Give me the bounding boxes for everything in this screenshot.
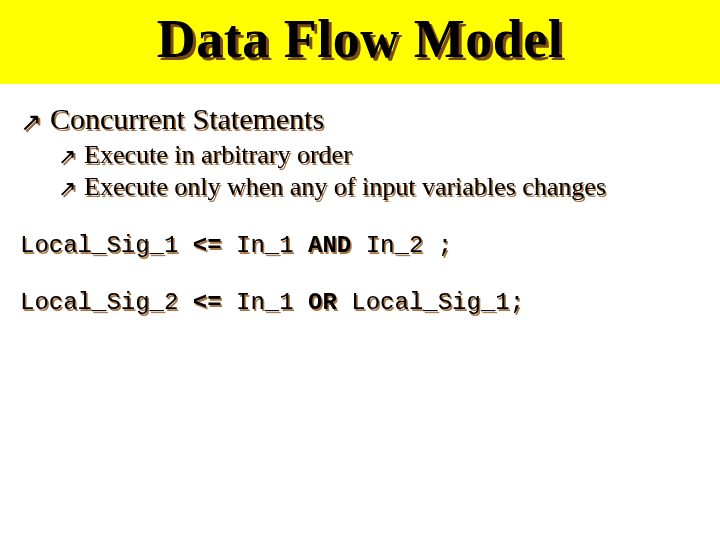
code-sig: Local_Sig_1 — [20, 232, 193, 259]
bullet-sub: ↗ Execute in arbitrary order — [58, 140, 700, 170]
bullet-main: ↗ Concurrent Statements — [20, 102, 700, 136]
title-bar: Data Flow Model — [0, 0, 720, 84]
sub-bullet-list: ↗ Execute in arbitrary order ↗ Execute o… — [58, 140, 700, 202]
bullet-main-text: Concurrent Statements — [50, 102, 324, 136]
arrow-icon: ↗ — [20, 109, 42, 135]
slide-title: Data Flow Model — [0, 8, 720, 70]
slide: Data Flow Model ↗ Concurrent Statements … — [0, 0, 720, 540]
code-tail: Local_Sig_1; — [337, 289, 524, 316]
bullet-sub: ↗ Execute only when any of input variabl… — [58, 172, 700, 202]
code-tail: In_2 ; — [351, 232, 452, 259]
arrow-icon: ↗ — [58, 178, 76, 200]
bullet-sub-text: Execute in arbitrary order — [84, 140, 352, 170]
code-kw: OR — [308, 289, 337, 316]
code-mid: In_1 — [222, 289, 308, 316]
code-op: <= — [193, 232, 222, 259]
code-op: <= — [193, 289, 222, 316]
arrow-icon: ↗ — [58, 146, 76, 168]
code-line: Local_Sig_1 <= In_1 AND In_2 ; — [20, 232, 700, 259]
bullet-sub-text: Execute only when any of input variables… — [84, 172, 606, 202]
content-area: ↗ Concurrent Statements ↗ Execute in arb… — [0, 84, 720, 316]
code-block: Local_Sig_1 <= In_1 AND In_2 ; Local_Sig… — [20, 232, 700, 316]
code-mid: In_1 — [222, 232, 308, 259]
code-sig: Local_Sig_2 — [20, 289, 193, 316]
code-kw: AND — [308, 232, 351, 259]
code-line: Local_Sig_2 <= In_1 OR Local_Sig_1; — [20, 289, 700, 316]
